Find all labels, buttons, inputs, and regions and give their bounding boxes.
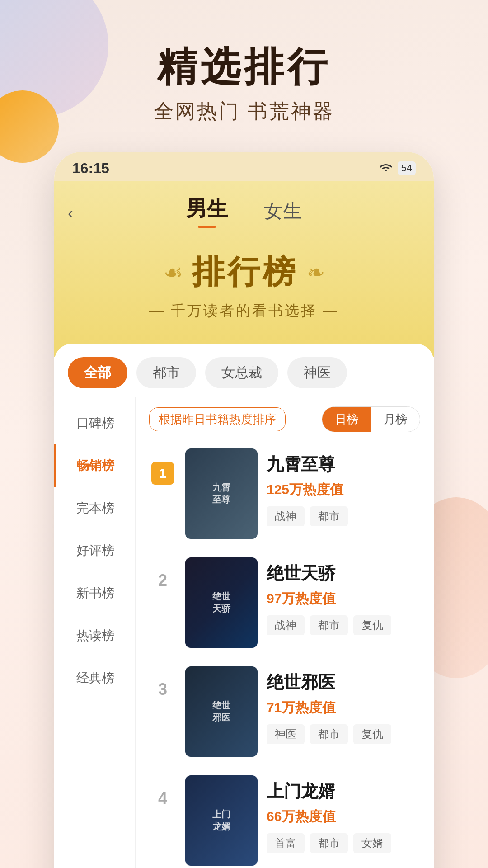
- sidebar-item-new[interactable]: 新书榜: [54, 572, 135, 614]
- ranking-subtitle: 千万读者的看书选择: [63, 301, 425, 321]
- book-heat-4: 66万热度值: [267, 807, 420, 826]
- book-cover-1: 九霄至尊: [185, 448, 258, 539]
- book-heat-1: 125万热度值: [267, 481, 420, 499]
- tab-underline: [198, 226, 216, 228]
- book-title-1: 九霄至尊: [267, 453, 420, 476]
- book-info-2: 绝世天骄 97万热度值 战神 都市 复仇: [267, 557, 420, 635]
- book-tag[interactable]: 复仇: [353, 615, 391, 635]
- rank-badge-2: 2: [149, 557, 176, 590]
- back-button[interactable]: ‹: [68, 204, 73, 223]
- rank-list: 根据昨日书籍热度排序 日榜 月榜 1 九霄至尊 九霄至尊: [136, 397, 434, 868]
- filter-all[interactable]: 全部: [68, 357, 127, 388]
- tab-male[interactable]: 男生: [186, 195, 228, 228]
- book-title-4: 上门龙婿: [267, 780, 420, 803]
- status-time: 16:15: [72, 160, 109, 177]
- book-tag[interactable]: 首富: [267, 833, 305, 853]
- book-cover-2: 绝世天骄: [185, 557, 258, 648]
- table-row[interactable]: 3 绝世邪医 绝世邪医 71万热度值 神医 都市 复仇: [145, 657, 425, 766]
- sidebar-item-complete[interactable]: 完本榜: [54, 487, 135, 529]
- book-tag[interactable]: 女婿: [353, 833, 391, 853]
- filter-row: 全部 都市 女总裁 神医: [54, 344, 434, 397]
- rank-number-1: 1: [151, 462, 174, 485]
- status-icons: 54: [379, 161, 416, 175]
- book-tags-1: 战神 都市: [267, 506, 420, 526]
- status-bar: 16:15 54: [54, 152, 434, 181]
- period-tab-monthly[interactable]: 月榜: [371, 407, 420, 432]
- rank-number-2: 2: [149, 571, 176, 590]
- rank-badge-3: 3: [149, 666, 176, 699]
- page-subtitle: 全网热门 书荒神器: [0, 98, 488, 125]
- book-tags-2: 战神 都市 复仇: [267, 615, 420, 635]
- filter-female-ceo[interactable]: 女总裁: [205, 357, 278, 388]
- rank-badge-4: 4: [149, 775, 176, 808]
- ranking-banner-content: ☙ 排行榜 ❧ 千万读者的看书选择: [54, 237, 434, 330]
- content-area: 全部 都市 女总裁 神医 口碑榜 畅销榜 完本榜 好评榜 新书榜 热读榜 经典榜…: [54, 344, 434, 868]
- book-tag[interactable]: 都市: [310, 724, 348, 744]
- book-tag[interactable]: 复仇: [353, 724, 391, 744]
- book-tag[interactable]: 都市: [310, 615, 348, 635]
- tab-female[interactable]: 女生: [264, 198, 302, 224]
- book-info-1: 九霄至尊 125万热度值 战神 都市: [267, 448, 420, 526]
- sidebar-item-bestseller[interactable]: 畅销榜: [54, 444, 135, 487]
- book-tag[interactable]: 神医: [267, 724, 305, 744]
- book-tag[interactable]: 战神: [267, 615, 305, 635]
- book-info-4: 上门龙婿 66万热度值 首富 都市 女婿: [267, 775, 420, 853]
- sidebar: 口碑榜 畅销榜 完本榜 好评榜 新书榜 热读榜 经典榜: [54, 397, 136, 868]
- leaf-left-icon: ☙: [164, 259, 183, 285]
- book-heat-2: 97万热度值: [267, 590, 420, 608]
- banner-yellow: ‹ 男生 女生 ☙ 排行榜 ❧ 千万读者的看书选择: [54, 181, 434, 357]
- sort-info-text: 根据昨日书籍热度排序: [149, 407, 286, 431]
- rank-badge-1: 1: [149, 448, 176, 485]
- book-heat-3: 71万热度值: [267, 698, 420, 717]
- book-cover-4: 上门龙婿: [185, 775, 258, 866]
- period-tab-daily[interactable]: 日榜: [322, 407, 371, 432]
- table-row[interactable]: 4 上门龙婿 上门龙婿 66万热度值 首富 都市 女婿: [145, 766, 425, 868]
- table-row[interactable]: 1 九霄至尊 九霄至尊 125万热度值 战神 都市: [145, 439, 425, 548]
- main-layout: 口碑榜 畅销榜 完本榜 好评榜 新书榜 热读榜 经典榜 根据昨日书籍热度排序 日…: [54, 397, 434, 868]
- book-tag[interactable]: 都市: [310, 506, 348, 526]
- leaf-right-icon: ❧: [307, 259, 325, 285]
- page-header: 精选排行 全网热门 书荒神器: [0, 0, 488, 152]
- period-tabs: 日榜 月榜: [322, 406, 420, 432]
- book-cover-img-2: 绝世天骄: [185, 557, 258, 648]
- filter-city[interactable]: 都市: [136, 357, 196, 388]
- book-title-3: 绝世邪医: [267, 671, 420, 694]
- book-cover-img-3: 绝世邪医: [185, 666, 258, 757]
- book-tags-3: 神医 都市 复仇: [267, 724, 420, 744]
- book-tag[interactable]: 都市: [310, 833, 348, 853]
- book-cover-img-1: 九霄至尊: [185, 448, 258, 539]
- ranking-title-text: 排行榜: [192, 250, 298, 294]
- phone-mockup: 16:15 54 ‹ 男生 女生: [54, 152, 434, 868]
- ranking-title-row: ☙ 排行榜 ❧: [63, 250, 425, 294]
- sidebar-item-reputation[interactable]: 口碑榜: [54, 402, 135, 444]
- book-cover-3: 绝世邪医: [185, 666, 258, 757]
- book-title-2: 绝世天骄: [267, 562, 420, 585]
- nav-tabs: ‹ 男生 女生: [54, 190, 434, 237]
- filter-divine-doctor[interactable]: 神医: [287, 357, 347, 388]
- battery-icon: 54: [398, 161, 416, 175]
- rank-number-3: 3: [149, 680, 176, 699]
- page-title: 精选排行: [0, 45, 488, 89]
- table-row[interactable]: 2 绝世天骄 绝世天骄 97万热度值 战神 都市 复仇: [145, 548, 425, 657]
- book-info-3: 绝世邪医 71万热度值 神医 都市 复仇: [267, 666, 420, 744]
- wifi-icon: [379, 161, 393, 175]
- book-tags-4: 首富 都市 女婿: [267, 833, 420, 853]
- sort-info-row: 根据昨日书籍热度排序 日榜 月榜: [145, 397, 425, 439]
- sidebar-item-classic[interactable]: 经典榜: [54, 657, 135, 699]
- sidebar-item-rated[interactable]: 好评榜: [54, 529, 135, 572]
- book-tag[interactable]: 战神: [267, 506, 305, 526]
- rank-number-4: 4: [149, 789, 176, 808]
- book-cover-img-4: 上门龙婿: [185, 775, 258, 866]
- sidebar-item-hotread[interactable]: 热读榜: [54, 614, 135, 657]
